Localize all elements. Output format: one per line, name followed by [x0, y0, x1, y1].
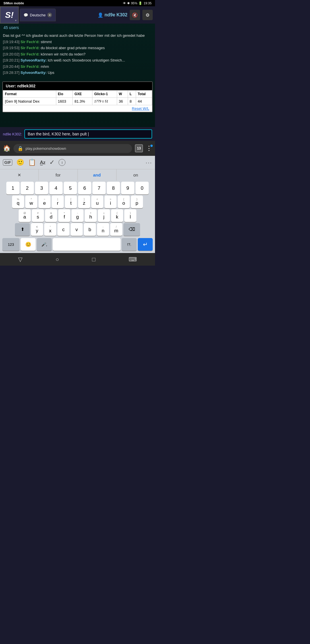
tab-close-button[interactable]: ✕ [47, 13, 52, 17]
key-2[interactable]: 2 [21, 182, 34, 194]
back-nav-button[interactable]: ▽ [18, 256, 22, 263]
backspace-key[interactable]: ⌫ [123, 223, 140, 236]
chat-input[interactable] [24, 129, 152, 139]
checkmark-button[interactable]: ✓ [49, 159, 55, 166]
col-total: Total [136, 90, 152, 97]
key-i[interactable]: >i [104, 195, 117, 208]
key-1[interactable]: 1 [6, 182, 20, 194]
browser-url-box[interactable]: 🔒 play.pokemonshowdown [13, 144, 132, 153]
key-r[interactable]: |r [52, 195, 64, 208]
app-logo[interactable]: S! ▼ [0, 6, 19, 24]
keyboard-row-3: ⬆ €y "x c v b ;n /m ⌫ [1, 223, 154, 236]
key-w[interactable]: ^w [25, 195, 37, 208]
emoji-key[interactable]: 😊 [21, 238, 36, 251]
eye-icon: 👁 [123, 1, 126, 5]
key-8[interactable]: 8 [107, 182, 120, 194]
key-p[interactable]: }p [131, 195, 143, 208]
timestamp: [19:20:44] [3, 64, 20, 69]
mute-button[interactable]: 🔇 [130, 10, 140, 20]
key-t[interactable]: [t [65, 195, 77, 208]
key-z[interactable]: ]z [78, 195, 90, 208]
key-x[interactable]: "x [44, 223, 56, 236]
key-3[interactable]: 3 [35, 182, 48, 194]
message-text: stimmt [41, 40, 52, 44]
cell-total: 44 [136, 97, 152, 105]
reset-wl-button[interactable]: Reset W/L [3, 105, 152, 112]
cell-elo: 1603 [56, 97, 73, 105]
suggestion-on[interactable]: on [117, 169, 155, 181]
key-k[interactable]: (k [111, 209, 123, 222]
message-text: Ups [48, 70, 54, 75]
key-5[interactable]: 5 [64, 182, 77, 194]
num-switch-key[interactable]: 123 [2, 238, 20, 251]
home-icon[interactable]: 🏠 [3, 145, 11, 152]
key-o[interactable]: {o [118, 195, 130, 208]
username: SylveonRarity: [20, 70, 46, 75]
more-tools-button[interactable]: ··· [146, 159, 152, 166]
key-d[interactable]: &d [45, 209, 57, 222]
enter-key[interactable]: ↵ [138, 238, 153, 251]
info-button[interactable]: i [59, 159, 65, 166]
key-b[interactable]: b [84, 223, 96, 236]
username: Sir Fech'd: [20, 46, 40, 50]
settings-button[interactable]: ⚙ [142, 10, 153, 20]
cell-gxe: 81.3% [73, 97, 92, 105]
cell-l: 8 [128, 97, 136, 105]
key-u[interactable]: <u [91, 195, 103, 208]
emoji-toolbar-button[interactable]: 🙂 [16, 159, 24, 166]
lock-icon: 🔒 [18, 146, 23, 151]
key-e[interactable]: ~e [38, 195, 51, 208]
key-0[interactable]: 0 [135, 182, 149, 194]
gif-button[interactable]: GIF [3, 159, 12, 166]
keyboard-nav-button[interactable]: ⌨ [129, 256, 137, 263]
key-f[interactable]: *f [58, 209, 70, 222]
suggestion-dismiss[interactable]: ✕ [0, 169, 39, 181]
key-n[interactable]: ;n [97, 223, 109, 236]
key-9[interactable]: 9 [121, 182, 134, 194]
key-y[interactable]: €y [31, 223, 43, 236]
browser-bar: 🏠 🔒 play.pokemonshowdown 13 ⋮ [0, 141, 155, 156]
battery-icon: 🔋 [138, 1, 142, 5]
key-m[interactable]: /m [110, 223, 122, 236]
cell-format: [Gen 9] National Dex [3, 97, 56, 105]
key-v[interactable]: v [71, 223, 83, 236]
key-q[interactable]: %q [12, 195, 24, 208]
key-l[interactable]: )l [124, 209, 136, 222]
message-text: mhm [41, 64, 49, 69]
key-6[interactable]: 6 [78, 182, 91, 194]
key-s[interactable]: #s [32, 209, 44, 222]
keyboard-bottom-row: 123 😊 🎤, !?. ↵ [1, 237, 154, 252]
logo-arrow: ▼ [15, 19, 17, 22]
list-item: [19:19:43] Sir Fech'd: stimmt [3, 39, 152, 45]
format-text-button[interactable]: A̲z [40, 160, 45, 165]
key-7[interactable]: 7 [92, 182, 106, 194]
key-4[interactable]: 4 [49, 182, 63, 194]
col-elo: Elo [56, 90, 73, 97]
home-nav-button[interactable]: ○ [55, 256, 59, 263]
stats-table: Format Elo GXE Glicko-1 W L Total [Gen 9… [3, 90, 152, 105]
clipboard-button[interactable]: 📋 [28, 159, 36, 166]
list-item: [19:19:53] Sir Fech'd: du blockst aber g… [3, 45, 152, 51]
key-a[interactable]: @a [19, 209, 31, 222]
col-gxe: GXE [73, 90, 92, 97]
recent-nav-button[interactable]: □ [92, 256, 95, 263]
shift-key[interactable]: ⬆ [15, 223, 30, 236]
tab-count[interactable]: 13 [135, 144, 143, 152]
suggestion-for[interactable]: for [39, 169, 78, 181]
key-g[interactable]: -g [71, 209, 84, 222]
battery-text: 95% [131, 1, 137, 5]
mic-key[interactable]: 🎤, [37, 238, 52, 251]
key-j[interactable]: =j [98, 209, 110, 222]
key-c[interactable]: c [57, 223, 69, 236]
key-h[interactable]: +h [85, 209, 97, 222]
timestamp: [19:28:37] [3, 70, 20, 75]
list-item: [19:20:21] SylveonRarity: Ich weiß noch … [3, 57, 152, 63]
space-key[interactable] [53, 238, 121, 251]
punct-key[interactable]: !?. [122, 238, 137, 251]
browser-menu-button[interactable]: ⋮ [146, 145, 152, 152]
col-format: Format [3, 90, 56, 97]
tab-deutsche[interactable]: 💬 Deutsche ✕ [20, 9, 56, 21]
username: SylveonRarity: [20, 58, 46, 62]
timestamp: [19:19:53] [3, 46, 20, 50]
suggestion-and[interactable]: and [78, 169, 117, 181]
